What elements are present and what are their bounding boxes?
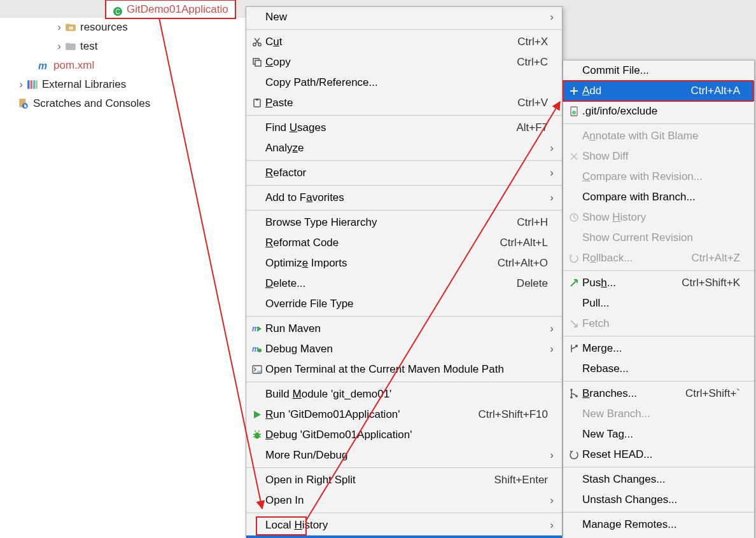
menu-item-open-terminal-maven[interactable]: mOpen Terminal at the Current Maven Modu… [246,359,562,380]
menu-item-run-maven[interactable]: mRun Maven› [246,319,562,339]
chevron-right-icon: › [548,167,556,179]
plus-icon [566,86,582,96]
diff-icon [566,151,582,162]
file-icon [566,106,582,116]
menu-item-analyze[interactable]: Analyze› [246,138,562,158]
svg-rect-7 [66,43,70,45]
menu-item-local-history[interactable]: Local History› [246,515,562,535]
menu-item-unstash[interactable]: Unstash Changes... [563,490,754,510]
svg-text:m: m [257,369,262,375]
run-icon [249,410,265,420]
menu-separator [246,467,562,468]
menu-item-annotate: Annotate with Git Blame [563,126,754,146]
chevron-right-icon: › [548,142,556,155]
folder-icon [65,22,76,33]
menu-item-git-exclude[interactable]: .git/info/exclude [563,101,754,121]
svg-point-32 [575,345,578,347]
menu-item-stash[interactable]: Stash Changes... [563,469,754,490]
menu-item-reset-head[interactable]: Reset HEAD... [563,445,754,465]
svg-point-28 [255,432,260,439]
svg-rect-3 [66,24,70,25]
menu-item-debug-app[interactable]: Debug 'GitDemo01Application' [246,425,562,445]
tree-node-external-libraries[interactable]: › External Libraries [0,75,246,94]
menu-item-git[interactable]: Git› [246,535,562,538]
menu-item-clone[interactable]: Clone... [563,535,754,538]
terminal-icon: m [249,364,265,375]
menu-separator [246,382,562,382]
menu-item-build-module[interactable]: Build Module 'git_demo01' [246,384,562,404]
svg-point-33 [570,389,573,391]
tree-label: Scratches and Consoles [33,97,150,110]
menu-item-compare-branch[interactable]: Compare with Branch... [563,187,754,207]
tree-node-scratches[interactable]: Scratches and Consoles [0,94,246,113]
menu-item-branches[interactable]: Branches...Ctrl+Shift+` [563,383,754,404]
menu-item-cut[interactable]: CutCtrl+X [246,32,562,52]
svg-rect-22 [256,99,258,100]
menu-item-optimize-imports[interactable]: Optimize ImportsCtrl+Alt+O [246,253,562,273]
menu-item-pull[interactable]: Pull... [563,293,754,314]
folder-icon [65,41,76,52]
tree-node-resources[interactable]: › resources [0,18,246,37]
menu-separator [563,270,754,271]
svg-text:C: C [115,8,120,15]
tree-node-pom[interactable]: m pom.xml [0,56,246,75]
menu-separator [246,160,562,161]
project-tree[interactable]: › resources › test m pom.xml › External … [0,18,246,113]
svg-text:m: m [38,60,47,71]
menu-item-run-app[interactable]: Run 'GitDemo01Application'Ctrl+Shift+F10 [246,404,562,425]
menu-item-override-file-type[interactable]: Override File Type [246,294,562,314]
menu-separator [563,467,754,467]
menu-item-more-run-debug[interactable]: More Run/Debug› [246,445,562,466]
menu-separator [563,123,754,124]
merge-icon [566,343,582,354]
menu-item-rollback: Rollback...Ctrl+Alt+Z [563,248,754,268]
tree-label: resources [80,21,128,34]
menu-item-paste[interactable]: PasteCtrl+V [246,93,562,113]
menu-item-find-usages[interactable]: Find UsagesAlt+F7 [246,118,562,138]
menu-item-type-hierarchy[interactable]: Browse Type HierarchyCtrl+H [246,212,562,233]
tab-label: GitDemo01Applicatio [127,1,228,18]
menu-item-reformat[interactable]: Reformat CodeCtrl+Alt+L [246,233,562,253]
chevron-right-icon: › [548,343,556,355]
svg-point-25 [258,348,262,352]
menu-separator [563,381,754,382]
svg-rect-10 [31,80,32,89]
menu-separator [246,316,562,317]
scratches-icon [18,98,29,109]
menu-item-manage-remotes[interactable]: Manage Remotes... [563,514,754,535]
menu-item-delete[interactable]: Delete...Delete [246,273,562,294]
rollback-icon [566,253,582,263]
menu-item-merge[interactable]: Merge... [563,338,754,359]
menu-item-push[interactable]: Push...Ctrl+Shift+K [563,273,754,293]
svg-rect-12 [36,80,38,89]
paste-icon [249,98,265,108]
menu-item-copy-path[interactable]: Copy Path/Reference... [246,72,562,93]
menu-item-commit-file[interactable]: Commit File... [563,60,754,81]
svg-point-35 [575,395,578,397]
menu-item-show-diff: Show Diff [563,146,754,167]
tree-node-test[interactable]: › test [0,37,246,56]
menu-item-debug-maven[interactable]: mDebug Maven› [246,339,562,359]
svg-rect-5 [71,27,73,30]
menu-item-open-in[interactable]: Open In› [246,490,562,511]
chevron-right-icon: › [548,11,556,24]
menu-item-git-add[interactable]: AddCtrl+Alt+A [563,81,754,101]
editor-tab-active[interactable]: C GitDemo01Applicatio [106,0,235,18]
svg-point-34 [570,396,573,399]
svg-rect-20 [255,60,261,66]
chevron-right-icon: › [548,449,556,462]
chevron-right-icon: › [56,40,62,53]
menu-item-refactor[interactable]: Refactor› [246,163,562,183]
menu-item-open-right-split[interactable]: Open in Right SplitShift+Enter [246,470,562,490]
menu-item-favorites[interactable]: Add to Favorites› [246,188,562,208]
svg-rect-11 [33,80,35,89]
push-icon [566,278,582,288]
menu-item-new-tag[interactable]: New Tag... [563,424,754,445]
menu-item-copy[interactable]: CopyCtrl+C [246,52,562,72]
tree-label: pom.xml [53,59,94,72]
class-icon: C [113,4,123,15]
branch-icon [566,389,582,399]
menu-item-rebase[interactable]: Rebase... [563,359,754,379]
menu-separator [246,115,562,116]
menu-item-new[interactable]: New› [246,7,562,27]
